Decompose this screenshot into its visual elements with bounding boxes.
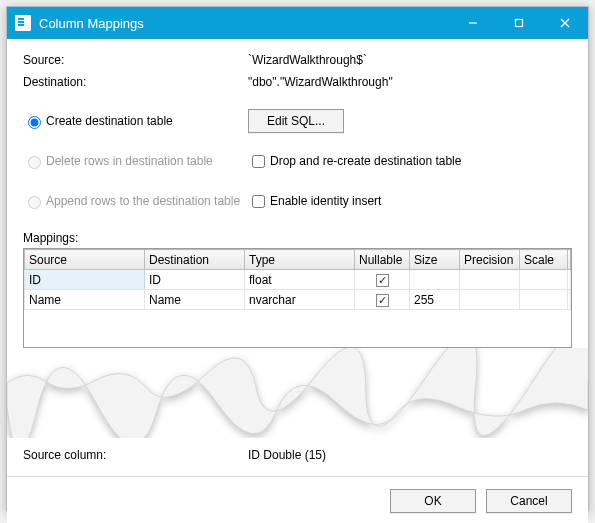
table-cell[interactable]: ID bbox=[145, 270, 245, 290]
table-cell[interactable]: float bbox=[245, 270, 355, 290]
table-cell[interactable]: 255 bbox=[410, 290, 460, 310]
create-table-label: Create destination table bbox=[46, 114, 173, 128]
grid-header-row: Source Destination Type Nullable Size Pr… bbox=[25, 250, 571, 270]
col-size[interactable]: Size bbox=[410, 250, 460, 270]
torn-edge-graphic bbox=[7, 348, 588, 438]
nullable-checkbox[interactable] bbox=[376, 274, 389, 287]
source-value: `WizardWalkthrough$` bbox=[248, 53, 367, 67]
destination-label: Destination: bbox=[23, 75, 248, 89]
minimize-button[interactable] bbox=[450, 7, 496, 39]
table-cell[interactable] bbox=[355, 290, 410, 310]
mappings-label: Mappings: bbox=[23, 231, 572, 245]
drop-recreate-checkbox[interactable] bbox=[252, 155, 265, 168]
delete-rows-radio bbox=[28, 156, 41, 169]
source-column-label: Source column: bbox=[23, 448, 248, 462]
drop-recreate-label: Drop and re-create destination table bbox=[270, 154, 461, 168]
col-source[interactable]: Source bbox=[25, 250, 145, 270]
table-cell[interactable]: Name bbox=[145, 290, 245, 310]
table-cell[interactable] bbox=[460, 290, 520, 310]
table-cell[interactable] bbox=[520, 290, 568, 310]
table-row[interactable]: NameNamenvarchar255 bbox=[25, 290, 571, 310]
enable-identity-label: Enable identity insert bbox=[270, 194, 381, 208]
edit-sql-button[interactable]: Edit SQL... bbox=[248, 109, 344, 133]
source-label: Source: bbox=[23, 53, 248, 67]
enable-identity-checkbox[interactable] bbox=[252, 195, 265, 208]
col-precision[interactable]: Precision bbox=[460, 250, 520, 270]
delete-rows-label: Delete rows in destination table bbox=[46, 154, 213, 168]
table-cell[interactable]: Name bbox=[25, 290, 145, 310]
cancel-button[interactable]: Cancel bbox=[486, 489, 572, 513]
table-cell[interactable] bbox=[460, 270, 520, 290]
maximize-button[interactable] bbox=[496, 7, 542, 39]
table-cell[interactable]: ID bbox=[25, 270, 145, 290]
destination-value: "dbo"."WizardWalkthrough" bbox=[248, 75, 393, 89]
svg-rect-1 bbox=[516, 20, 523, 27]
app-icon bbox=[15, 15, 31, 31]
create-table-radio[interactable] bbox=[28, 116, 41, 129]
col-destination[interactable]: Destination bbox=[145, 250, 245, 270]
source-column-value: ID Double (15) bbox=[248, 448, 326, 462]
col-type[interactable]: Type bbox=[245, 250, 355, 270]
window-title: Column Mappings bbox=[39, 16, 450, 31]
nullable-checkbox[interactable] bbox=[376, 294, 389, 307]
table-cell[interactable] bbox=[520, 270, 568, 290]
append-rows-label: Append rows to the destination table bbox=[46, 194, 240, 208]
col-scale[interactable]: Scale bbox=[520, 250, 568, 270]
table-cell[interactable] bbox=[568, 270, 571, 290]
close-button[interactable] bbox=[542, 7, 588, 39]
mappings-grid[interactable]: Source Destination Type Nullable Size Pr… bbox=[23, 248, 572, 348]
table-cell[interactable] bbox=[568, 290, 571, 310]
table-cell[interactable] bbox=[355, 270, 410, 290]
ok-button[interactable]: OK bbox=[390, 489, 476, 513]
table-row[interactable]: IDIDfloat bbox=[25, 270, 571, 290]
col-nullable[interactable]: Nullable bbox=[355, 250, 410, 270]
col-spacer bbox=[568, 250, 571, 270]
table-cell[interactable]: nvarchar bbox=[245, 290, 355, 310]
append-rows-radio bbox=[28, 196, 41, 209]
title-bar: Column Mappings bbox=[7, 7, 588, 39]
table-cell[interactable] bbox=[410, 270, 460, 290]
